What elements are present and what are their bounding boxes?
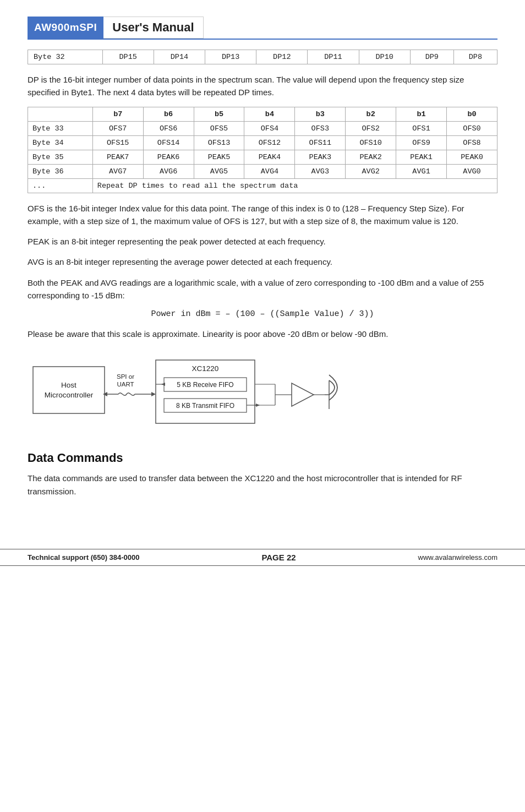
page: AW900mSPI User's Manual Byte 32 DP15 DP1… (0, 0, 525, 566)
page-header: AW900mSPI User's Manual (28, 17, 497, 40)
footer-support: Technical support (650) 384-0000 (28, 553, 140, 562)
paragraph-4: AVG is an 8-bit integer representing the… (28, 255, 497, 268)
row-label: Byte 35 (28, 150, 93, 164)
svg-text:8 KB Transmit FIFO: 8 KB Transmit FIFO (176, 402, 234, 410)
cell-value: AVG5 (194, 164, 244, 178)
diagram-section: Host Microcontroller SPI or UART XC1220 … (28, 350, 497, 441)
cell-value: OFS0 (447, 121, 497, 135)
paragraph-1: DP is the 16-bit integer number of data … (28, 73, 497, 99)
byte-col-4: DP11 (308, 50, 359, 64)
cell-value: OFS5 (194, 121, 244, 135)
row-label: Byte 36 (28, 164, 93, 178)
byte-col-6: DP9 (410, 50, 453, 64)
cell-value: PEAK3 (295, 150, 346, 164)
cell-value: OFS1 (396, 121, 447, 135)
cell-value: OFS15 (92, 135, 143, 150)
table-row: Byte 34OFS15OFS14OFS13OFS12OFS11OFS10OFS… (28, 135, 497, 150)
paragraph-2: OFS is the 16-bit integer Index value fo… (28, 202, 497, 228)
svg-marker-23 (292, 383, 314, 406)
byte-col-3: DP12 (256, 50, 308, 64)
cell-value: OFS13 (194, 135, 244, 150)
row-label: Byte 33 (28, 121, 93, 135)
col-header-b4: b4 (244, 107, 295, 121)
col-header-b6: b6 (143, 107, 194, 121)
cell-value: AVG1 (396, 164, 447, 178)
ellipsis-cell: ... (28, 178, 93, 193)
byte-row-table: Byte 32 DP15 DP14 DP13 DP12 DP11 DP10 DP… (28, 50, 497, 64)
byte-col-0: DP15 (102, 50, 154, 64)
footer-website: www.avalanwireless.com (418, 553, 498, 562)
data-table: b7 b6 b5 b4 b3 b2 b1 b0 Byte 33OFS7OFS6O… (28, 107, 497, 193)
cell-value: PEAK2 (346, 150, 396, 164)
cell-value: AVG6 (143, 164, 194, 178)
cell-value: OFS11 (295, 135, 346, 150)
col-header-b0: b0 (447, 107, 497, 121)
cell-value: AVG0 (447, 164, 497, 178)
paragraph-5: Both the PEAK and AVG readings are a log… (28, 276, 497, 302)
svg-text:XC1220: XC1220 (192, 364, 219, 373)
svg-rect-0 (33, 367, 105, 413)
page-footer: Technical support (650) 384-0000 PAGE 22… (0, 549, 525, 566)
repeat-row: ...Repeat DP times to read all the spect… (28, 178, 497, 193)
cell-value: OFS4 (244, 121, 295, 135)
svg-text:Microcontroller: Microcontroller (45, 391, 94, 399)
support-label: Technical support (28, 553, 89, 562)
col-header-b7: b7 (92, 107, 143, 121)
table-header-row: b7 b6 b5 b4 b3 b2 b1 b0 (28, 107, 497, 121)
svg-text:SPI or: SPI or (117, 373, 134, 380)
byte-col-7: DP8 (453, 50, 497, 64)
col-header-b1: b1 (396, 107, 447, 121)
cell-value: PEAK5 (194, 150, 244, 164)
svg-text:Host: Host (61, 381, 76, 389)
support-phone: (650) 384-0000 (91, 553, 140, 562)
table-row: Byte 36AVG7AVG6AVG5AVG4AVG3AVG2AVG1AVG0 (28, 164, 497, 178)
repeat-label: Repeat DP times to read all the spectrum… (92, 178, 497, 193)
cell-value: OFS2 (346, 121, 396, 135)
section-heading: Data Commands (28, 451, 497, 465)
svg-text:UART: UART (117, 381, 134, 388)
cell-value: PEAK7 (92, 150, 143, 164)
col-header-b3: b3 (295, 107, 346, 121)
col-header-b2: b2 (346, 107, 396, 121)
col-header-b5: b5 (194, 107, 244, 121)
table-row: Byte 32 DP15 DP14 DP13 DP12 DP11 DP10 DP… (28, 50, 497, 64)
cell-value: PEAK0 (447, 150, 497, 164)
row-label: Byte 34 (28, 135, 93, 150)
cell-value: AVG7 (92, 164, 143, 178)
cell-value: AVG3 (295, 164, 346, 178)
cell-value: OFS10 (346, 135, 396, 150)
formula: Power in dBm = – (100 – ((Sample Value) … (28, 309, 497, 319)
svg-marker-16 (161, 383, 165, 386)
cell-value: OFS14 (143, 135, 194, 150)
paragraph-6: Please be aware that this scale is appro… (28, 328, 497, 340)
cell-value: AVG2 (346, 164, 396, 178)
paragraph-3: PEAK is an 8-bit integer representing th… (28, 235, 497, 248)
cell-value: AVG4 (244, 164, 295, 178)
cell-value: OFS12 (244, 135, 295, 150)
block-diagram: Host Microcontroller SPI or UART XC1220 … (28, 350, 347, 441)
cell-value: OFS3 (295, 121, 346, 135)
cell-value: PEAK1 (396, 150, 447, 164)
col-header-empty (28, 107, 93, 121)
page-title: User's Manual (103, 17, 203, 39)
footer-page: PAGE 22 (261, 553, 296, 562)
brand-label: AW900mSPI (28, 17, 103, 39)
table-row: Byte 33OFS7OFS6OFS5OFS4OFS3OFS2OFS1OFS0 (28, 121, 497, 135)
cell-value: PEAK6 (143, 150, 194, 164)
svg-text:5 KB Receive FIFO: 5 KB Receive FIFO (177, 381, 233, 389)
svg-marker-6 (103, 392, 107, 396)
byte-col-1: DP14 (154, 50, 205, 64)
cell-value: OFS8 (447, 135, 497, 150)
svg-marker-8 (151, 392, 156, 396)
byte-label: Byte 32 (28, 50, 103, 64)
byte-col-5: DP10 (359, 50, 410, 64)
cell-value: OFS7 (92, 121, 143, 135)
cell-value: OFS6 (143, 121, 194, 135)
byte-col-2: DP13 (205, 50, 256, 64)
paragraph-7: The data commands are used to transfer d… (28, 472, 497, 498)
cell-value: OFS9 (396, 135, 447, 150)
table-row: Byte 35PEAK7PEAK6PEAK5PEAK4PEAK3PEAK2PEA… (28, 150, 497, 164)
cell-value: PEAK4 (244, 150, 295, 164)
